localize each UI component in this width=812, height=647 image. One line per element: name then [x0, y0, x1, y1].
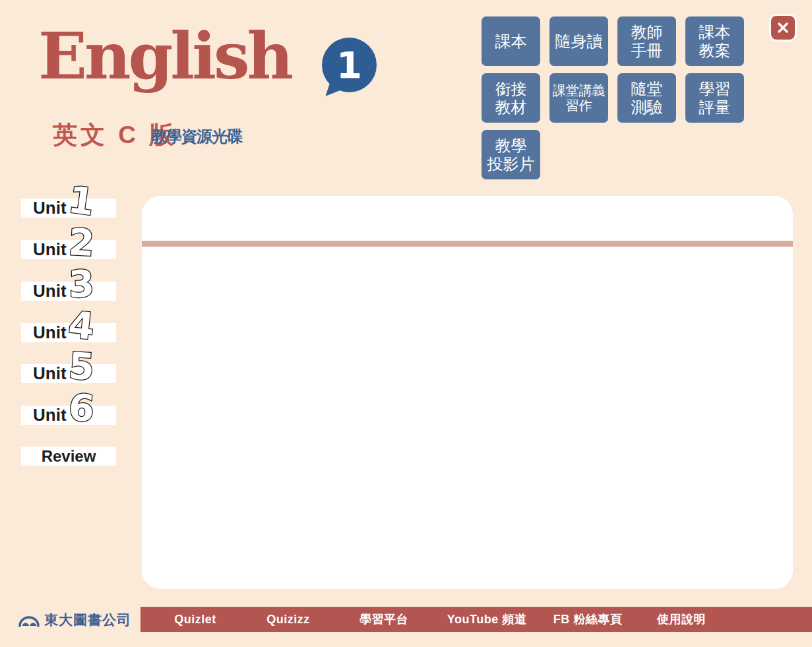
unit-word: Unit — [33, 364, 67, 383]
sidebar-item-unit-5[interactable]: Unit 5 — [21, 364, 116, 383]
button-label: 測驗 — [631, 98, 663, 117]
sidebar-item-unit-3[interactable]: Unit 3 — [21, 282, 116, 301]
unit-number: 6 — [67, 390, 96, 425]
button-label: 學習 — [699, 80, 731, 98]
button-bridging-materials[interactable]: 銜接 教材 — [482, 73, 540, 123]
button-label: 隨堂 — [631, 80, 663, 98]
content-panel — [142, 196, 793, 589]
unit-word: Unit — [33, 199, 67, 218]
footer-link-quizizz[interactable]: Quizizz — [266, 613, 310, 627]
button-label: 手冊 — [631, 42, 663, 60]
button-label: 評量 — [699, 98, 731, 117]
footer-link-youtube-channel[interactable]: YouTube 頻道 — [447, 611, 526, 627]
button-label: 教案 — [699, 42, 731, 60]
sidebar-item-unit-1[interactable]: Unit 1 — [21, 199, 116, 218]
close-button[interactable] — [769, 14, 797, 42]
disc-subtitle: 教學資源光碟 — [151, 126, 242, 147]
footer-link-learning-platform[interactable]: 學習平台 — [359, 611, 408, 627]
button-label: 習作 — [566, 98, 592, 113]
app-window: English 1 英文 C 版 教學資源光碟 課本 隨身讀 教師 手冊 課本 … — [0, 0, 812, 647]
unit-number: 2 — [68, 226, 95, 259]
resource-button-grid: 課本 隨身讀 教師 手冊 課本 教案 銜接 教材 課堂講義 習作 隨堂 測驗 學… — [482, 16, 745, 179]
unit-word: Unit — [33, 406, 67, 425]
button-label: 隨身讀 — [555, 32, 603, 51]
button-label: 教師 — [631, 23, 663, 42]
button-teacher-manual[interactable]: 教師 手冊 — [617, 16, 676, 66]
footer-link-quizlet[interactable]: Quizlet — [174, 613, 216, 627]
unit-number: 5 — [67, 350, 95, 384]
publisher-bridge-icon — [18, 612, 40, 628]
footer-link-bar: Quizlet Quizizz 學習平台 YouTube 頻道 FB 粉絲專頁 … — [141, 607, 812, 632]
unit-number: 4 — [67, 308, 96, 343]
footer-link-user-guide[interactable]: 使用說明 — [657, 611, 706, 627]
footer-link-fb-fanpage[interactable]: FB 粉絲專頁 — [553, 611, 623, 627]
unit-word: Unit — [33, 282, 67, 301]
review-label: Review — [42, 447, 96, 465]
button-label: 銜接 — [495, 80, 527, 98]
button-label: 教材 — [495, 98, 527, 117]
close-icon — [776, 21, 790, 34]
unit-word: Unit — [33, 240, 67, 259]
button-class-handouts-workbook[interactable]: 課堂講義 習作 — [549, 73, 608, 123]
sidebar-item-unit-4[interactable]: Unit 4 — [21, 323, 116, 342]
button-quizzes[interactable]: 隨堂 測驗 — [617, 73, 676, 123]
unit-number: 1 — [67, 183, 96, 219]
unit-number: 3 — [68, 267, 95, 301]
panel-divider — [142, 241, 793, 247]
logo-english: English — [38, 15, 291, 98]
button-label: 課本 — [699, 23, 731, 42]
button-label: 教學 — [495, 137, 527, 155]
sidebar-item-unit-6[interactable]: Unit 6 — [21, 406, 116, 425]
button-teaching-slides[interactable]: 教學 投影片 — [482, 130, 540, 179]
volume-badge: 1 — [322, 38, 377, 92]
button-label: 投影片 — [487, 155, 535, 173]
button-textbook[interactable]: 課本 — [482, 16, 540, 66]
volume-badge-number: 1 — [336, 44, 362, 86]
sidebar-item-review[interactable]: Review — [21, 447, 116, 466]
publisher-name: 東大圖書公司 — [44, 611, 131, 629]
sidebar-item-unit-2[interactable]: Unit 2 — [21, 240, 116, 259]
unit-word: Unit — [33, 323, 67, 342]
button-pocket-reader[interactable]: 隨身讀 — [549, 16, 608, 66]
button-learning-assessment[interactable]: 學習 評量 — [685, 73, 744, 123]
button-lesson-plans[interactable]: 課本 教案 — [685, 16, 744, 66]
button-label: 課本 — [495, 32, 527, 51]
button-label: 課堂講義 — [553, 83, 606, 98]
publisher-logo: 東大圖書公司 — [18, 610, 131, 630]
